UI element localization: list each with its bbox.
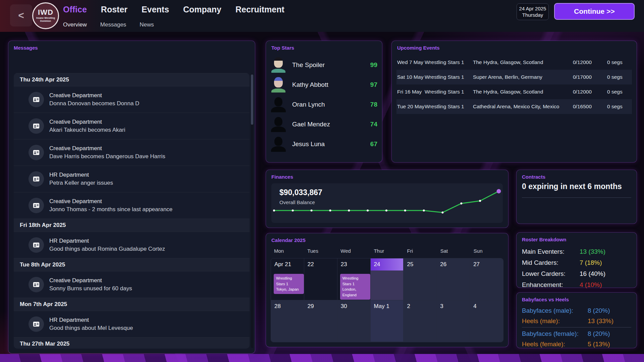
star-row[interactable]: Gael Mendez 74	[271, 114, 377, 134]
calendar-date-label: May 1	[371, 300, 404, 312]
logo-abbr: IWD	[38, 9, 53, 16]
message-subject: Akari Takeuchi becomes Akari	[49, 127, 125, 133]
roster-category-value: 13 (33%)	[580, 248, 605, 255]
calendar-cell[interactable]: 27	[470, 258, 503, 300]
overall-balance-value: $90,033,867	[279, 188, 322, 197]
upcoming-events-panel: Upcoming Events Wed 7 May Wrestling Star…	[392, 41, 637, 162]
subnav-item[interactable]: Overview	[63, 21, 87, 28]
subnav-item[interactable]: Messages	[100, 21, 126, 28]
messages-scrollbar[interactable]	[251, 74, 253, 348]
sub-nav: OverviewMessagesNews	[63, 21, 154, 28]
star-row[interactable]: Kathy Abbott 97	[271, 75, 377, 95]
nav-item[interactable]: Recruitment	[235, 5, 284, 14]
upcoming-events-list: Wed 7 May Wrestling Stars 1 The Hydra, G…	[396, 55, 632, 114]
event-row[interactable]: Tue 20 May Wrestling Stars 1 Cathedral A…	[396, 99, 632, 114]
message-item[interactable]: Creative Department Donna Donovan become…	[14, 86, 250, 113]
message-row[interactable]: HR Department Good things about Romina G…	[14, 232, 250, 258]
calendar-cell[interactable]: 30	[337, 300, 371, 342]
message-row[interactable]: HR Department Petra Keller anger issues	[14, 166, 250, 192]
star-row[interactable]: The Spoiler 99	[271, 55, 377, 75]
message-row[interactable]: Creative Department Donna Donovan become…	[14, 86, 250, 113]
calendar-cell[interactable]: 3	[437, 300, 470, 342]
message-subject: Dave Harris becomes Dangerous Dave Harri…	[49, 153, 165, 160]
calendar-day-header: Tues	[304, 248, 337, 254]
calendar-cell[interactable]: 26	[437, 258, 470, 300]
calendar-event-location: Tokyo, Japan	[276, 287, 302, 292]
calendar-event-show: Wrestling Stars 1	[342, 276, 368, 287]
event-row[interactable]: Sat 10 May Wrestling Stars 1 Super Arena…	[396, 70, 632, 84]
calendar-cell[interactable]: Apr 21 Wrestling Stars 1 Tokyo, Japan	[271, 258, 304, 300]
message-item[interactable]: HR Department Good things about Romina G…	[14, 232, 250, 258]
back-button[interactable]: <	[10, 4, 32, 26]
message-text: HR Department Good things about Romina G…	[49, 238, 165, 252]
calendar-cell[interactable]: May 1	[371, 300, 404, 342]
message-from: Creative Department	[49, 119, 125, 125]
messages-scrollbar-thumb[interactable]	[251, 74, 253, 125]
top-stars-title: Top Stars	[271, 45, 294, 51]
message-item[interactable]: Creative Department Sonny Burns unused f…	[14, 271, 250, 298]
message-row[interactable]: Creative Department Dave Harris becomes …	[14, 139, 250, 166]
calendar-date-label: Apr 21	[271, 258, 304, 270]
message-subject: Sonny Burns unused for 60 days	[49, 285, 132, 292]
event-row[interactable]: Fri 16 May Wrestling Stars 1 The Hydra, …	[396, 84, 632, 99]
finances-card: $90,033,867 Overall Balance	[271, 183, 503, 223]
message-item[interactable]: Creative Department Akari Takeuchi becom…	[14, 113, 250, 139]
event-attendance: 0/16500	[573, 104, 607, 110]
event-row[interactable]: Wed 7 May Wrestling Stars 1 The Hydra, G…	[396, 55, 632, 70]
message-row[interactable]: Creative Department Jonno Thomas - 2 mon…	[14, 192, 250, 219]
nav-item[interactable]: Events	[142, 5, 169, 14]
nav-item[interactable]: Office	[63, 5, 87, 14]
continue-button[interactable]: Continue >>	[554, 3, 635, 20]
calendar-cell[interactable]: 4	[470, 300, 503, 342]
calendar-cell[interactable]: 22	[304, 258, 337, 300]
event-date: Fri 16 May	[397, 89, 425, 95]
star-row[interactable]: Oran Lynch 78	[271, 95, 377, 114]
nav-item[interactable]: Company	[183, 5, 221, 14]
star-row[interactable]: Jesus Luna 67	[271, 134, 377, 154]
message-row[interactable]: Tue 8th Apr 2025	[14, 258, 250, 271]
alignment-label: Heels (male):	[522, 317, 588, 325]
message-item[interactable]: Creative Department Dave Harris becomes …	[14, 139, 250, 166]
message-subject: Good things about Romina Guadalupe Corte…	[49, 246, 165, 252]
id-card-icon	[29, 145, 44, 160]
roster-category-value: 4 (10%)	[580, 281, 602, 289]
calendar-date-label: 25	[404, 258, 436, 270]
message-row[interactable]: Creative Department Akari Takeuchi becom…	[14, 113, 250, 139]
logo-name: Insane Wrestling Dominion	[36, 17, 55, 23]
roster-category-label: Lower Carders:	[522, 270, 580, 278]
calendar-title: Calendar 2025	[271, 237, 306, 243]
message-row[interactable]: Thu 27th Mar 2025	[14, 337, 250, 349]
calendar-event-badge[interactable]: Wrestling Stars 1 London, England	[340, 274, 370, 300]
calendar-cell[interactable]: 23 Wrestling Stars 1 London, England	[337, 258, 371, 300]
nav-item[interactable]: Roster	[101, 5, 127, 14]
wrestler-avatar	[271, 77, 286, 93]
roster-breakdown-title: Roster Breakdown	[522, 237, 567, 242]
message-from: HR Department	[49, 317, 133, 323]
message-item[interactable]: HR Department Good things about Mel Leve…	[14, 311, 250, 337]
message-row[interactable]: Fri 18th Apr 2025	[14, 219, 250, 232]
alignment-label: Babyfaces (male):	[522, 307, 588, 314]
calendar-cell[interactable]: 29	[304, 300, 337, 342]
calendar-date-label: 29	[304, 300, 337, 312]
calendar-cell[interactable]: 24	[371, 258, 404, 300]
message-subject: Jonno Thomas - 2 months since last appea…	[49, 206, 172, 213]
calendar-cell[interactable]: 2	[404, 300, 437, 342]
message-date-header: Thu 27th Mar 2025	[14, 337, 250, 349]
message-row[interactable]: Thu 24th Apr 2025	[14, 73, 250, 86]
calendar-cell[interactable]: 28	[271, 300, 304, 342]
id-card-icon	[29, 198, 44, 213]
event-segments: 0 segs	[607, 89, 631, 95]
message-text: Creative Department Jonno Thomas - 2 mon…	[49, 198, 172, 213]
event-segments: 0 segs	[607, 59, 631, 65]
message-row[interactable]: HR Department Good things about Mel Leve…	[14, 311, 250, 337]
calendar-event-badge[interactable]: Wrestling Stars 1 Tokyo, Japan	[274, 274, 304, 294]
message-item[interactable]: HR Department Petra Keller anger issues	[14, 166, 250, 192]
calendar-day-headers: MonTuesWedThurFriSatSun	[271, 248, 503, 254]
message-item[interactable]: Creative Department Jonno Thomas - 2 mon…	[14, 192, 250, 219]
calendar-cell[interactable]: 25	[404, 258, 437, 300]
calendar-date-label: 24	[371, 258, 404, 270]
message-row[interactable]: Creative Department Sonny Burns unused f…	[14, 271, 250, 298]
calendar-date-label: 27	[470, 258, 503, 270]
message-row[interactable]: Mon 7th Apr 2025	[14, 298, 250, 311]
subnav-item[interactable]: News	[140, 21, 154, 28]
